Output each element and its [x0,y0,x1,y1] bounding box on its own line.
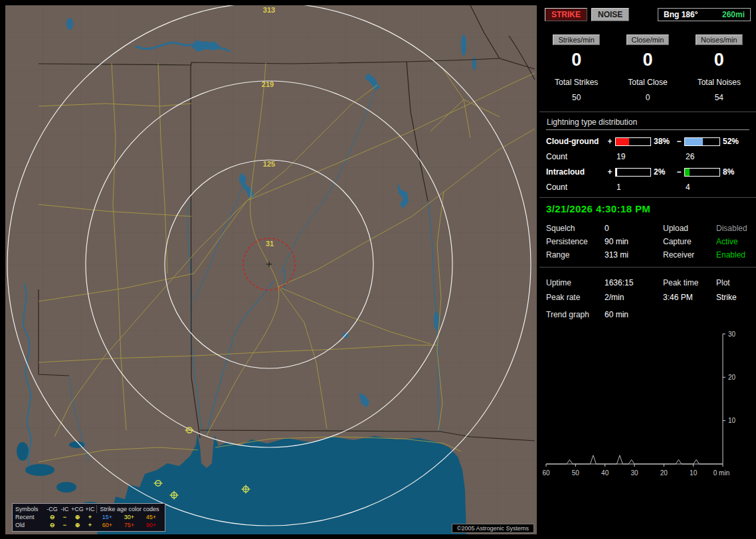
bar-outline [615,137,651,146]
age-code-15: 15+ [96,513,118,521]
intracloud-negative-count: 4 [676,183,745,192]
persistence-label: Persistence [546,235,605,248]
strikes-per-min-value: 0 [541,50,612,70]
pos-cg-icon: ⊕ [71,521,84,529]
total-strikes-value: 50 [541,93,612,102]
copyright: ©2005 Astrogenic Systems [452,524,534,533]
svg-text:30: 30 [630,469,638,477]
capture-label: Capture [663,235,716,248]
intracloud-label: Intracloud [546,167,607,177]
plot-label: Plot [716,275,749,290]
age-code-90: 90+ [140,521,162,529]
legend-age-title: Strike age color codes [96,505,162,513]
lightning-distribution-section: Lightning type distribution Cloud-ground… [539,112,756,197]
svg-text:50: 50 [572,469,580,477]
intracloud-positive-bar: + 2% [607,167,676,177]
capture-status: Active [716,235,749,248]
neg-ic-icon: − [58,521,71,529]
map-canvas[interactable]: 313 219 125 31 [5,5,537,534]
bearing-range-value: 260mi [722,10,745,19]
bearing-readout: Bng 186° 260mi [658,8,751,21]
total-strikes-label: Total Strikes [541,78,612,87]
ring-label-219: 219 [262,80,274,88]
legend-col-neg-ic: -IC [58,505,71,513]
noises-per-min-value: 0 [684,50,755,70]
trend-graph-canvas: 6050403020100 min102030 [542,327,753,487]
trend-graph: 6050403020100 min102030 [539,325,756,489]
legend-col-pos-ic: +IC [84,505,96,513]
close-per-min-counter: Close/min 0 Total Close 0 [612,35,683,102]
neg-ic-icon: − [58,513,71,521]
cloud-ground-positive-bar: + 38% [607,137,676,146]
svg-text:20: 20 [728,374,736,381]
pos-ic-icon: + [84,513,96,521]
strikes-per-min-counter: Strikes/min 0 Total Strikes 50 [541,35,612,102]
receiver-status: Enabled [716,248,749,262]
total-noises-value: 54 [684,93,755,102]
svg-text:30: 30 [728,331,736,338]
svg-text:60: 60 [542,469,550,477]
trend-graph-label: Trend graph [546,310,605,319]
bearing-value: Bng 186° [664,10,698,19]
datetime-display: 3/21/2026 4:30:18 PM [546,203,749,214]
cloud-ground-count-label: Count [546,152,607,161]
cloud-ground-positive-pct: 38% [654,137,670,146]
peak-rate-value: 2/min [605,290,663,305]
peak-rate-label: Peak rate [546,290,605,305]
cloud-ground-label: Cloud-ground [546,137,607,146]
cloud-ground-negative-pct: 52% [723,137,739,146]
age-code-30: 30+ [118,513,140,521]
uptime-value: 1636:15 [605,275,663,290]
intracloud-count-label: Count [546,183,607,192]
total-noises-label: Total Noises [684,78,755,87]
strike-mode-button[interactable]: STRIKE [545,8,587,21]
persistence-value: 90 min [605,235,663,248]
age-code-75: 75+ [118,521,140,529]
range-value: 313 mi [605,248,663,262]
legend-row-recent-label: Recent [15,513,46,521]
receiver-label: Receiver [663,248,716,262]
squelch-value: 0 [605,222,663,235]
legend-col-neg-cg: -CG [46,505,58,513]
bar-outline [684,137,720,146]
svg-text:10: 10 [728,417,736,424]
legend-symbols-header: Symbols [15,505,46,513]
map-panel[interactable]: 313 219 125 31 Symbols -CG -IC +CG +IC S… [5,5,537,534]
total-close-label: Total Close [612,78,683,87]
cloud-ground-negative-bar: − 52% [676,137,745,146]
ring-label-125: 125 [263,160,275,168]
total-close-value: 0 [612,93,683,102]
noises-per-min-chip[interactable]: Noises/min [696,35,742,45]
svg-text:0 min: 0 min [713,469,729,477]
range-label: Range [546,248,605,262]
cloud-ground-negative-count: 26 [676,152,745,161]
legend-col-pos-cg: +CG [71,505,84,513]
ring-label-313: 313 [263,6,275,14]
peak-time-label: Peak time [663,275,716,290]
ring-label-31: 31 [266,240,274,248]
app-window: { "window": { "copyright": "©2005 Astrog… [0,0,756,539]
neg-cg-icon: ⊖ [46,513,58,521]
svg-text:10: 10 [690,469,698,477]
mode-toolbar: STRIKE NOISE Bng 186° 260mi [539,0,756,28]
trend-graph-window: 60 min [605,310,749,319]
close-per-min-chip[interactable]: Close/min [626,35,670,45]
map-legend: Symbols -CG -IC +CG +IC Strike age color… [12,503,165,532]
status-section: 3/21/2026 4:30:18 PM Squelch 0 Upload Di… [539,197,756,267]
intracloud-positive-count: 1 [607,183,676,192]
legend-row-old-label: Old [15,521,46,529]
age-code-60: 60+ [96,521,118,529]
upload-status: Disabled [716,222,749,235]
intracloud-negative-bar: − 8% [676,167,745,177]
pos-ic-icon: + [84,521,96,529]
age-code-45: 45+ [140,513,162,521]
cloud-ground-positive-count: 19 [607,152,676,161]
intracloud-positive-pct: 2% [654,167,665,177]
strikes-per-min-chip[interactable]: Strikes/min [553,35,599,45]
peak-time-value: 3:46 PM [663,290,716,305]
svg-text:40: 40 [601,469,609,477]
bar-outline [615,168,651,177]
noise-mode-button[interactable]: NOISE [591,8,629,21]
plot-value: Strike [716,290,749,305]
bar-outline [684,168,720,177]
